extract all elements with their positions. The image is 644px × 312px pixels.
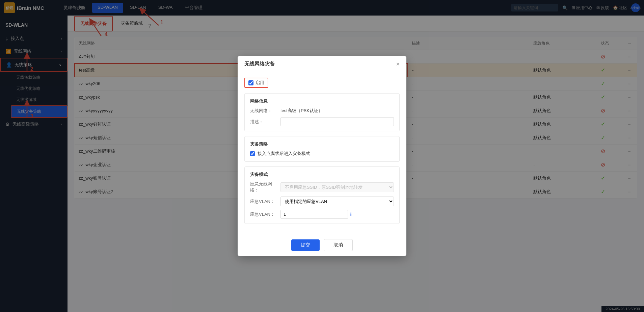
network-name-value: test高级（PSK认证） <box>280 108 323 114</box>
network-desc-label: 描述： <box>250 119 280 125</box>
disaster-mode-section: 灾备模式 应急无线网络： 不启用应急SSID，原SSID强制本地转发 应急VLA… <box>244 166 400 224</box>
disaster-policy-section: 灾备策略 接入点离线后进入灾备模式 <box>244 136 400 162</box>
enable-checkbox[interactable] <box>248 80 253 85</box>
emergency-vlan-row: 应急VLAN： 使用指定的应急VLAN 不使用应急VLAN <box>250 197 394 206</box>
submit-button[interactable]: 提交 <box>291 239 320 251</box>
disaster-policy-check-row: 接入点离线后进入灾备模式 <box>250 151 394 157</box>
network-name-row: 无线网络： test高级（PSK认证） <box>250 108 394 114</box>
emergency-vlan-label: 应急VLAN： <box>250 199 280 205</box>
emergency-network-row: 应急无线网络： 不启用应急SSID，原SSID强制本地转发 <box>250 181 394 193</box>
network-info-section: 网络信息 无线网络： test高级（PSK认证） 描述： <box>244 93 400 131</box>
network-name-label: 无线网络： <box>250 108 280 114</box>
offline-mode-label: 接入点离线后进入灾备模式 <box>258 151 310 157</box>
modal-header: 无线网络灾备 × <box>238 56 406 72</box>
emergency-vlan-num-input[interactable] <box>280 210 348 219</box>
modal-overlay[interactable]: 无线网络灾备 × 启用 网络信息 无线网络： test高级（PSK认证） 描述： <box>0 0 644 312</box>
modal: 无线网络灾备 × 启用 网络信息 无线网络： test高级（PSK认证） 描述： <box>238 56 406 256</box>
network-desc-row: 描述： <box>250 117 394 126</box>
disaster-mode-title: 灾备模式 <box>250 172 394 178</box>
enable-row: 启用 <box>244 78 400 88</box>
emergency-vlan-num-row: 应急VLAN： ℹ <box>250 210 394 219</box>
offline-mode-checkbox[interactable] <box>250 151 255 156</box>
emergency-network-select[interactable]: 不启用应急SSID，原SSID强制本地转发 <box>280 182 394 192</box>
emergency-network-label: 应急无线网络： <box>250 181 280 193</box>
modal-body: 启用 网络信息 无线网络： test高级（PSK认证） 描述： 灾备策略 <box>238 72 406 234</box>
modal-title: 无线网络灾备 <box>244 61 275 67</box>
modal-close-button[interactable]: × <box>396 61 400 67</box>
enable-checkbox-wrapper: 启用 <box>244 78 268 88</box>
cancel-button[interactable]: 取消 <box>324 239 353 251</box>
enable-label: 启用 <box>256 80 264 86</box>
emergency-vlan-num-label: 应急VLAN： <box>250 211 280 217</box>
network-info-title: 网络信息 <box>250 98 394 104</box>
emergency-vlan-select[interactable]: 使用指定的应急VLAN 不使用应急VLAN <box>280 197 394 206</box>
network-desc-input[interactable] <box>280 117 394 126</box>
modal-footer: 提交 取消 <box>238 234 406 256</box>
disaster-policy-title: 灾备策略 <box>250 141 394 147</box>
info-icon[interactable]: ℹ <box>350 212 352 217</box>
